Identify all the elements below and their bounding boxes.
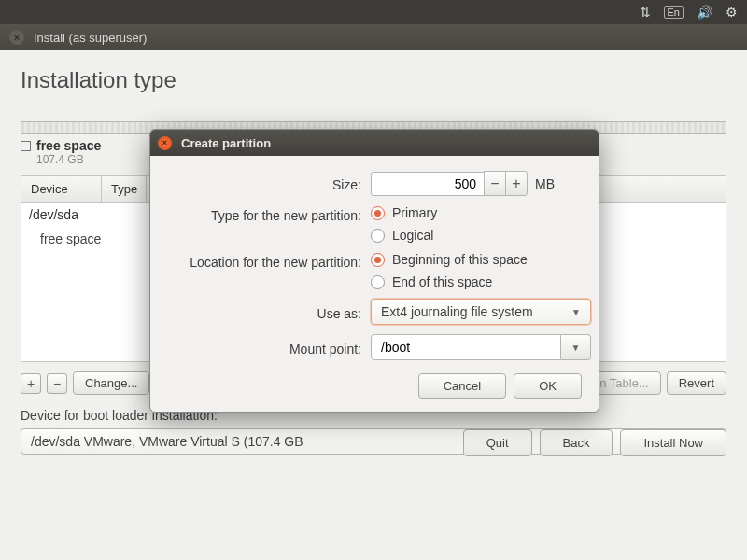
window-title: Install (as superuser) xyxy=(34,31,147,45)
legend-name: free space xyxy=(36,138,101,153)
radio-logical[interactable]: Logical xyxy=(371,228,582,243)
dialog-titlebar: × Create partition xyxy=(150,130,599,156)
column-type[interactable]: Type xyxy=(102,176,147,202)
radio-beginning[interactable]: Beginning of this space xyxy=(371,252,582,267)
radio-primary[interactable]: Primary xyxy=(371,205,582,220)
size-input[interactable] xyxy=(371,172,485,196)
add-partition-button[interactable]: + xyxy=(21,373,41,394)
mount-point-input[interactable] xyxy=(371,334,561,360)
partition-type-label: Type for the new partition: xyxy=(167,205,371,223)
radio-icon xyxy=(371,275,385,289)
radio-icon xyxy=(371,206,385,220)
size-label: Size: xyxy=(167,175,371,192)
dialog-close-icon[interactable]: × xyxy=(158,136,172,150)
radio-end[interactable]: End of this space xyxy=(371,274,582,289)
mount-point-dropdown-button[interactable]: ▼ xyxy=(561,334,591,360)
revert-button[interactable]: Revert xyxy=(667,371,726,395)
chevron-down-icon: ▼ xyxy=(571,343,581,353)
radio-icon xyxy=(371,229,385,243)
mount-point-label: Mount point: xyxy=(167,339,371,357)
remove-partition-button[interactable]: − xyxy=(47,373,67,394)
size-decrement-button[interactable]: − xyxy=(484,171,506,196)
ok-button[interactable]: OK xyxy=(514,373,582,399)
network-icon[interactable]: ⇅ xyxy=(640,5,651,20)
gear-icon[interactable]: ⚙ xyxy=(726,5,738,20)
volume-icon[interactable]: 🔊 xyxy=(697,5,712,20)
radio-icon xyxy=(371,253,385,267)
cancel-button[interactable]: Cancel xyxy=(418,373,506,399)
change-button[interactable]: Change... xyxy=(73,371,149,395)
quit-button[interactable]: Quit xyxy=(463,429,532,456)
legend-size: 107.4 GB xyxy=(36,153,101,166)
bootloader-value: /dev/sda VMware, VMware Virtual S (107.4… xyxy=(31,434,303,449)
dialog-title: Create partition xyxy=(181,136,271,150)
close-icon[interactable]: × xyxy=(9,30,24,45)
size-increment-button[interactable]: + xyxy=(505,171,528,196)
wizard-footer: Quit Back Install Now xyxy=(463,429,726,456)
create-partition-dialog: × Create partition Size: − + MB Type for… xyxy=(149,129,599,413)
partition-location-label: Location for the new partition: xyxy=(167,252,371,270)
window-titlebar: × Install (as superuser) xyxy=(0,24,747,50)
system-menubar: ⇅ En 🔊 ⚙ xyxy=(0,0,747,24)
use-as-select[interactable]: Ext4 journaling file system ▼ xyxy=(371,299,591,325)
chevron-down-icon: ▼ xyxy=(571,307,581,317)
language-indicator[interactable]: En xyxy=(664,6,684,19)
install-now-button[interactable]: Install Now xyxy=(620,429,726,456)
use-as-value: Ext4 journaling file system xyxy=(381,304,533,319)
legend-swatch xyxy=(21,141,31,151)
back-button[interactable]: Back xyxy=(540,429,613,456)
column-device[interactable]: Device xyxy=(21,176,102,202)
use-as-label: Use as: xyxy=(167,303,371,321)
size-unit: MB xyxy=(535,176,555,191)
page-heading: Installation type xyxy=(21,67,726,93)
